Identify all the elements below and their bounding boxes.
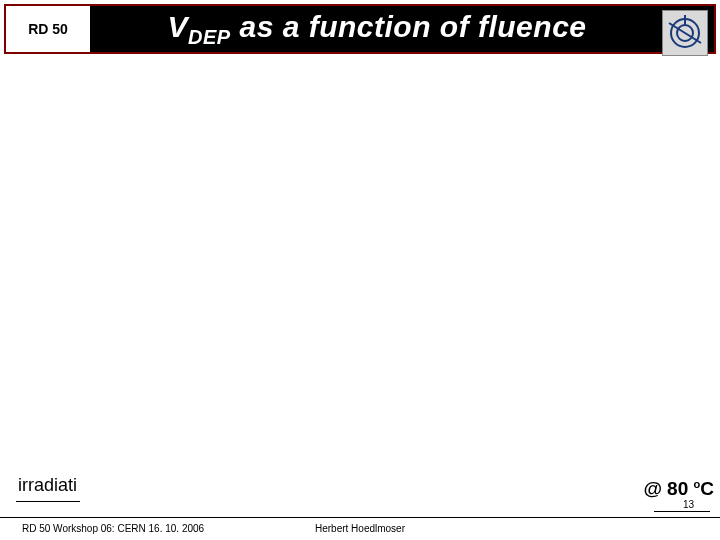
title-v: V [167, 10, 188, 43]
slide-title: VDEP as a function of fluence [90, 10, 714, 49]
title-rest: as a function of fluence [231, 10, 587, 43]
temp-unit: C [700, 478, 714, 499]
slide: RD 50 VDEP as a function of fluence irra… [0, 0, 720, 540]
footer-center: Herbert Hoedlmoser [0, 523, 720, 534]
cern-logo-icon [662, 10, 708, 56]
rd50-badge: RD 50 [6, 6, 90, 52]
at-symbol: @ [643, 478, 662, 499]
footer-divider [0, 517, 720, 518]
irradiati-underline [16, 501, 80, 502]
temperature-note: @ 80 oC [643, 478, 714, 500]
title-bar: RD 50 VDEP as a function of fluence [4, 4, 716, 54]
page-number: 13 [683, 499, 694, 510]
temp-value: 80 [662, 478, 694, 499]
irradiati-label: irradiati [18, 475, 77, 496]
temp-underline [654, 511, 710, 512]
title-subscript: DEP [188, 26, 231, 48]
rd50-text: RD 50 [28, 21, 68, 37]
